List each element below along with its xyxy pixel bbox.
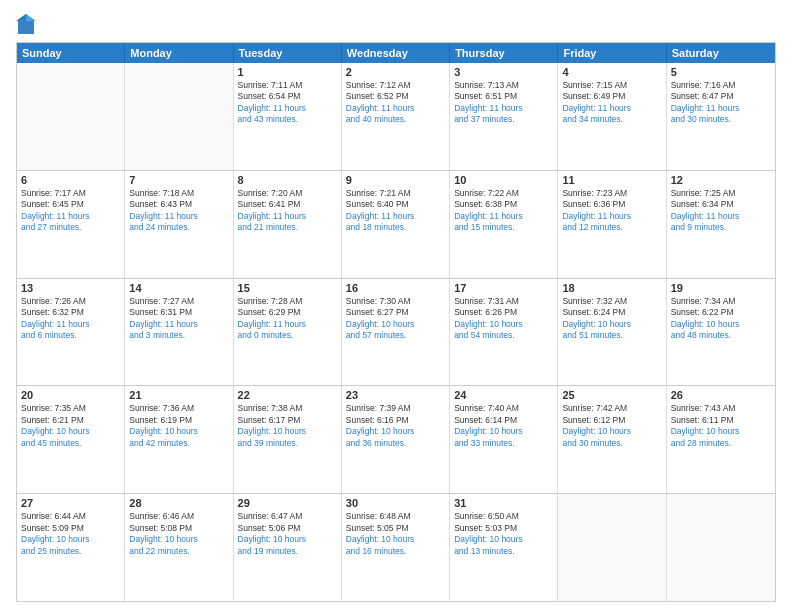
cal-cell: 9Sunrise: 7:21 AMSunset: 6:40 PMDaylight… <box>342 171 450 278</box>
day-number: 23 <box>346 389 445 401</box>
page: SundayMondayTuesdayWednesdayThursdayFrid… <box>0 0 792 612</box>
cal-cell: 18Sunrise: 7:32 AMSunset: 6:24 PMDayligh… <box>558 279 666 386</box>
week-row-3: 13Sunrise: 7:26 AMSunset: 6:32 PMDayligh… <box>17 279 775 387</box>
cell-info: Sunrise: 6:50 AMSunset: 5:03 PMDaylight:… <box>454 511 553 557</box>
weekday-header: Wednesday <box>342 43 450 63</box>
day-number: 8 <box>238 174 337 186</box>
cell-info: Sunrise: 7:35 AMSunset: 6:21 PMDaylight:… <box>21 403 120 449</box>
cell-info: Sunrise: 7:40 AMSunset: 6:14 PMDaylight:… <box>454 403 553 449</box>
cal-cell <box>667 494 775 601</box>
cell-info: Sunrise: 7:39 AMSunset: 6:16 PMDaylight:… <box>346 403 445 449</box>
cal-cell <box>558 494 666 601</box>
day-number: 16 <box>346 282 445 294</box>
day-number: 2 <box>346 66 445 78</box>
cal-cell: 10Sunrise: 7:22 AMSunset: 6:38 PMDayligh… <box>450 171 558 278</box>
cal-cell: 16Sunrise: 7:30 AMSunset: 6:27 PMDayligh… <box>342 279 450 386</box>
cell-info: Sunrise: 7:25 AMSunset: 6:34 PMDaylight:… <box>671 188 771 234</box>
cal-cell: 27Sunrise: 6:44 AMSunset: 5:09 PMDayligh… <box>17 494 125 601</box>
day-number: 3 <box>454 66 553 78</box>
cal-cell: 14Sunrise: 7:27 AMSunset: 6:31 PMDayligh… <box>125 279 233 386</box>
cell-info: Sunrise: 7:12 AMSunset: 6:52 PMDaylight:… <box>346 80 445 126</box>
cell-info: Sunrise: 7:13 AMSunset: 6:51 PMDaylight:… <box>454 80 553 126</box>
logo-icon <box>16 12 36 36</box>
cell-info: Sunrise: 7:26 AMSunset: 6:32 PMDaylight:… <box>21 296 120 342</box>
day-number: 12 <box>671 174 771 186</box>
cell-info: Sunrise: 7:38 AMSunset: 6:17 PMDaylight:… <box>238 403 337 449</box>
cal-cell: 6Sunrise: 7:17 AMSunset: 6:45 PMDaylight… <box>17 171 125 278</box>
day-number: 18 <box>562 282 661 294</box>
cell-info: Sunrise: 7:36 AMSunset: 6:19 PMDaylight:… <box>129 403 228 449</box>
cell-info: Sunrise: 7:20 AMSunset: 6:41 PMDaylight:… <box>238 188 337 234</box>
day-number: 28 <box>129 497 228 509</box>
cal-cell: 8Sunrise: 7:20 AMSunset: 6:41 PMDaylight… <box>234 171 342 278</box>
day-number: 17 <box>454 282 553 294</box>
cal-cell: 15Sunrise: 7:28 AMSunset: 6:29 PMDayligh… <box>234 279 342 386</box>
cell-info: Sunrise: 7:22 AMSunset: 6:38 PMDaylight:… <box>454 188 553 234</box>
cal-cell: 31Sunrise: 6:50 AMSunset: 5:03 PMDayligh… <box>450 494 558 601</box>
cell-info: Sunrise: 7:11 AMSunset: 6:54 PMDaylight:… <box>238 80 337 126</box>
cal-cell: 12Sunrise: 7:25 AMSunset: 6:34 PMDayligh… <box>667 171 775 278</box>
week-row-2: 6Sunrise: 7:17 AMSunset: 6:45 PMDaylight… <box>17 171 775 279</box>
cell-info: Sunrise: 7:42 AMSunset: 6:12 PMDaylight:… <box>562 403 661 449</box>
weekday-header: Saturday <box>667 43 775 63</box>
calendar-body: 1Sunrise: 7:11 AMSunset: 6:54 PMDaylight… <box>17 63 775 601</box>
day-number: 11 <box>562 174 661 186</box>
cell-info: Sunrise: 7:28 AMSunset: 6:29 PMDaylight:… <box>238 296 337 342</box>
day-number: 1 <box>238 66 337 78</box>
cal-cell: 11Sunrise: 7:23 AMSunset: 6:36 PMDayligh… <box>558 171 666 278</box>
week-row-4: 20Sunrise: 7:35 AMSunset: 6:21 PMDayligh… <box>17 386 775 494</box>
cell-info: Sunrise: 7:21 AMSunset: 6:40 PMDaylight:… <box>346 188 445 234</box>
cal-cell: 1Sunrise: 7:11 AMSunset: 6:54 PMDaylight… <box>234 63 342 170</box>
cal-cell: 5Sunrise: 7:16 AMSunset: 6:47 PMDaylight… <box>667 63 775 170</box>
cell-info: Sunrise: 7:31 AMSunset: 6:26 PMDaylight:… <box>454 296 553 342</box>
day-number: 20 <box>21 389 120 401</box>
day-number: 6 <box>21 174 120 186</box>
cal-cell: 13Sunrise: 7:26 AMSunset: 6:32 PMDayligh… <box>17 279 125 386</box>
logo <box>16 12 38 36</box>
cal-cell: 29Sunrise: 6:47 AMSunset: 5:06 PMDayligh… <box>234 494 342 601</box>
cell-info: Sunrise: 7:32 AMSunset: 6:24 PMDaylight:… <box>562 296 661 342</box>
cal-cell: 4Sunrise: 7:15 AMSunset: 6:49 PMDaylight… <box>558 63 666 170</box>
weekday-header: Monday <box>125 43 233 63</box>
cal-cell: 3Sunrise: 7:13 AMSunset: 6:51 PMDaylight… <box>450 63 558 170</box>
cal-cell: 23Sunrise: 7:39 AMSunset: 6:16 PMDayligh… <box>342 386 450 493</box>
day-number: 5 <box>671 66 771 78</box>
day-number: 24 <box>454 389 553 401</box>
cal-cell: 2Sunrise: 7:12 AMSunset: 6:52 PMDaylight… <box>342 63 450 170</box>
weekday-header: Thursday <box>450 43 558 63</box>
cell-info: Sunrise: 6:44 AMSunset: 5:09 PMDaylight:… <box>21 511 120 557</box>
cal-cell: 30Sunrise: 6:48 AMSunset: 5:05 PMDayligh… <box>342 494 450 601</box>
cell-info: Sunrise: 7:43 AMSunset: 6:11 PMDaylight:… <box>671 403 771 449</box>
cell-info: Sunrise: 7:27 AMSunset: 6:31 PMDaylight:… <box>129 296 228 342</box>
cal-cell: 20Sunrise: 7:35 AMSunset: 6:21 PMDayligh… <box>17 386 125 493</box>
weekday-header: Sunday <box>17 43 125 63</box>
header <box>16 12 776 36</box>
day-number: 31 <box>454 497 553 509</box>
cell-info: Sunrise: 6:47 AMSunset: 5:06 PMDaylight:… <box>238 511 337 557</box>
cal-cell: 26Sunrise: 7:43 AMSunset: 6:11 PMDayligh… <box>667 386 775 493</box>
cell-info: Sunrise: 7:17 AMSunset: 6:45 PMDaylight:… <box>21 188 120 234</box>
day-number: 21 <box>129 389 228 401</box>
cell-info: Sunrise: 7:23 AMSunset: 6:36 PMDaylight:… <box>562 188 661 234</box>
cal-cell: 7Sunrise: 7:18 AMSunset: 6:43 PMDaylight… <box>125 171 233 278</box>
svg-marker-2 <box>16 14 26 21</box>
day-number: 30 <box>346 497 445 509</box>
day-number: 19 <box>671 282 771 294</box>
day-number: 26 <box>671 389 771 401</box>
cell-info: Sunrise: 7:30 AMSunset: 6:27 PMDaylight:… <box>346 296 445 342</box>
cell-info: Sunrise: 6:48 AMSunset: 5:05 PMDaylight:… <box>346 511 445 557</box>
cal-cell: 25Sunrise: 7:42 AMSunset: 6:12 PMDayligh… <box>558 386 666 493</box>
cell-info: Sunrise: 6:46 AMSunset: 5:08 PMDaylight:… <box>129 511 228 557</box>
cal-cell <box>125 63 233 170</box>
week-row-5: 27Sunrise: 6:44 AMSunset: 5:09 PMDayligh… <box>17 494 775 601</box>
weekday-header: Tuesday <box>234 43 342 63</box>
cell-info: Sunrise: 7:18 AMSunset: 6:43 PMDaylight:… <box>129 188 228 234</box>
calendar-header: SundayMondayTuesdayWednesdayThursdayFrid… <box>17 43 775 63</box>
cal-cell: 22Sunrise: 7:38 AMSunset: 6:17 PMDayligh… <box>234 386 342 493</box>
day-number: 10 <box>454 174 553 186</box>
cell-info: Sunrise: 7:34 AMSunset: 6:22 PMDaylight:… <box>671 296 771 342</box>
cell-info: Sunrise: 7:16 AMSunset: 6:47 PMDaylight:… <box>671 80 771 126</box>
day-number: 15 <box>238 282 337 294</box>
cal-cell: 24Sunrise: 7:40 AMSunset: 6:14 PMDayligh… <box>450 386 558 493</box>
day-number: 22 <box>238 389 337 401</box>
